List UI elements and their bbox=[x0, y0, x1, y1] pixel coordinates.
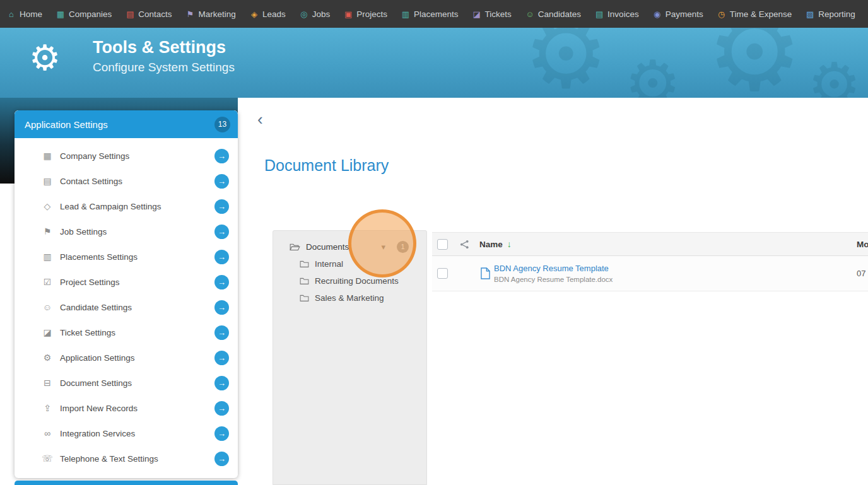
person-icon: ☺ bbox=[525, 9, 534, 19]
sidebar-item-candidate-settings[interactable]: ☺ Candidate Settings → bbox=[15, 295, 238, 320]
go-arrow-button[interactable]: → bbox=[214, 199, 229, 214]
go-arrow-button[interactable]: → bbox=[214, 250, 229, 264]
nav-label: Jobs bbox=[312, 9, 331, 19]
ticket-icon: ◪ bbox=[41, 327, 54, 337]
open-folder-icon bbox=[290, 242, 300, 252]
nav-item-home[interactable]: ⌂ Home bbox=[0, 0, 49, 28]
document-library-title: Document Library bbox=[264, 156, 389, 175]
home-icon: ⌂ bbox=[7, 9, 16, 19]
sidebar-item-lead-campaign-settings[interactable]: ◇ Lead & Campaign Settings → bbox=[15, 194, 238, 219]
application-settings-panel-header[interactable]: Application Settings 13 bbox=[15, 110, 238, 138]
tree-node-sales-marketing[interactable]: Sales & Marketing bbox=[273, 289, 426, 307]
nav-item-projects[interactable]: ▣ Projects bbox=[337, 0, 394, 28]
nav-item-companies[interactable]: ▦ Companies bbox=[49, 0, 119, 28]
nav-item-time-expense[interactable]: ◷ Time & Expense bbox=[710, 0, 799, 28]
document-icon: ⊟ bbox=[41, 378, 54, 388]
item-label: Candidate Settings bbox=[60, 303, 132, 312]
tree-node-label: Documents bbox=[306, 242, 349, 252]
go-arrow-button[interactable]: → bbox=[214, 401, 229, 416]
go-arrow-button[interactable]: → bbox=[214, 149, 229, 163]
go-arrow-button[interactable]: → bbox=[214, 225, 229, 239]
next-section-header-peek[interactable] bbox=[15, 481, 238, 485]
nav-item-marketing[interactable]: ⚑ Marketing bbox=[179, 0, 243, 28]
chevron-down-icon[interactable]: ▾ bbox=[381, 242, 385, 252]
column-header-name[interactable]: Name bbox=[479, 240, 503, 249]
nav-item-contacts[interactable]: ▤ Contacts bbox=[119, 0, 179, 28]
placement-icon: ▥ bbox=[41, 252, 54, 262]
nav-label: Placements bbox=[414, 9, 459, 19]
candidate-icon: ☺ bbox=[41, 302, 54, 312]
sidebar-item-telephone-text-settings[interactable]: ☏ Telephone & Text Settings → bbox=[15, 446, 238, 471]
sidebar-item-placements-settings[interactable]: ▥ Placements Settings → bbox=[15, 244, 238, 269]
go-arrow-button[interactable]: → bbox=[214, 300, 229, 315]
sidebar-item-ticket-settings[interactable]: ◪ Ticket Settings → bbox=[15, 320, 238, 345]
go-arrow-button[interactable]: → bbox=[214, 325, 229, 340]
nav-label: Payments bbox=[666, 9, 703, 19]
count-badge: 13 bbox=[214, 117, 230, 132]
tree-node-documents[interactable]: Documents ▾ 1 bbox=[273, 238, 426, 255]
item-label: Application Settings bbox=[60, 353, 135, 363]
nav-item-tickets[interactable]: ◪ Tickets bbox=[466, 0, 519, 28]
table-row[interactable]: BDN Agency Resume Template BDN Agency Re… bbox=[432, 256, 868, 291]
folder-icon bbox=[300, 294, 309, 302]
sidebar-item-company-settings[interactable]: ▦ Company Settings → bbox=[15, 143, 238, 168]
coin-icon: ◉ bbox=[653, 9, 662, 19]
select-all-checkbox[interactable] bbox=[437, 239, 448, 250]
nav-item-reporting[interactable]: ▨ Reporting bbox=[799, 0, 862, 28]
sidebar-item-document-settings[interactable]: ⊟ Document Settings → bbox=[15, 370, 238, 395]
nav-label: Companies bbox=[69, 9, 112, 19]
invoice-icon: ▤ bbox=[595, 9, 604, 19]
settings-gear-icon: ⚙ bbox=[29, 40, 61, 76]
application-settings-panel: Application Settings 13 ▦ Company Settin… bbox=[15, 110, 238, 478]
folder-icon bbox=[300, 260, 309, 268]
nav-item-placements[interactable]: ▥ Placements bbox=[394, 0, 466, 28]
sidebar-item-application-settings[interactable]: ⚙ Application Settings → bbox=[15, 345, 238, 370]
go-arrow-button[interactable]: → bbox=[214, 351, 229, 365]
go-arrow-button[interactable]: → bbox=[214, 275, 229, 289]
go-arrow-button[interactable]: → bbox=[214, 174, 229, 189]
building-icon: ▦ bbox=[56, 9, 65, 19]
tree-node-internal[interactable]: Internal bbox=[273, 255, 426, 272]
nav-label: Projects bbox=[356, 9, 387, 19]
nav-label: Reporting bbox=[818, 9, 855, 19]
column-header-modified[interactable]: Modified bbox=[857, 240, 868, 249]
sort-descending-icon[interactable]: ↓ bbox=[507, 239, 512, 249]
sidebar-item-integration-services[interactable]: ∞ Integration Services → bbox=[15, 421, 238, 446]
table-header-row: Name ↓ Modified bbox=[432, 232, 868, 256]
item-label: Lead & Campaign Settings bbox=[60, 202, 161, 211]
telephone-icon: ☏ bbox=[41, 453, 54, 464]
folder-count-badge: 1 bbox=[397, 241, 409, 253]
nav-label: Leads bbox=[262, 9, 286, 19]
page-title: Tools & Settings bbox=[93, 38, 235, 57]
megaphone-icon: ⚑ bbox=[186, 9, 195, 19]
nav-label: Tickets bbox=[485, 9, 512, 19]
document-filename: BDN Agency Resume Template.docx bbox=[494, 276, 613, 283]
item-label: Document Settings bbox=[60, 378, 132, 388]
job-icon: ⚑ bbox=[41, 226, 54, 237]
document-link[interactable]: BDN Agency Resume Template bbox=[494, 264, 613, 273]
nav-item-candidates[interactable]: ☺ Candidates bbox=[519, 0, 588, 28]
sidebar-item-contact-settings[interactable]: ▤ Contact Settings → bbox=[15, 168, 238, 194]
sidebar-item-job-settings[interactable]: ⚑ Job Settings → bbox=[15, 219, 238, 244]
item-label: Placements Settings bbox=[60, 252, 138, 262]
link-icon: ∞ bbox=[41, 428, 54, 438]
project-icon: ▣ bbox=[344, 9, 353, 19]
go-arrow-button[interactable]: → bbox=[214, 376, 229, 390]
nav-item-invoices[interactable]: ▤ Invoices bbox=[588, 0, 646, 28]
back-chevron-button[interactable]: ‹ bbox=[257, 111, 263, 127]
go-arrow-button[interactable]: → bbox=[214, 452, 229, 466]
nav-label: Candidates bbox=[538, 9, 581, 19]
item-label: Project Settings bbox=[60, 278, 120, 287]
tree-node-recruiting-documents[interactable]: Recruiting Documents bbox=[273, 272, 426, 289]
page-subtitle: Configure System Settings bbox=[93, 61, 235, 74]
row-checkbox[interactable] bbox=[437, 268, 448, 279]
nav-item-jobs[interactable]: ◎ Jobs bbox=[293, 0, 337, 28]
nav-item-leads[interactable]: ◈ Leads bbox=[243, 0, 293, 28]
gear-pattern-decoration: ⚙ bbox=[625, 47, 681, 98]
sidebar-item-project-settings[interactable]: ☑ Project Settings → bbox=[15, 269, 238, 295]
nav-item-payments[interactable]: ◉ Payments bbox=[646, 0, 710, 28]
nav-label: Contacts bbox=[138, 9, 172, 19]
sidebar-item-import-new-records[interactable]: ⇪ Import New Records → bbox=[15, 395, 238, 421]
panel-title: Application Settings bbox=[25, 119, 108, 130]
go-arrow-button[interactable]: → bbox=[214, 426, 229, 441]
